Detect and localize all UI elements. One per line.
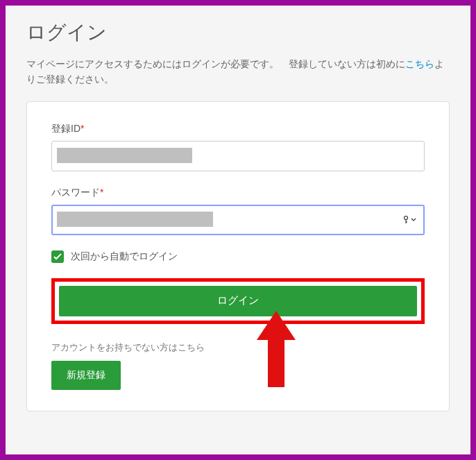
check-icon bbox=[53, 253, 62, 260]
required-mark: * bbox=[100, 187, 103, 198]
id-label-text: 登録ID bbox=[51, 123, 80, 134]
signup-text: アカウントをお持ちでない方はこちら bbox=[51, 341, 425, 354]
key-icon bbox=[402, 216, 409, 224]
login-button[interactable]: ログイン bbox=[59, 286, 417, 316]
password-reveal-toggle[interactable] bbox=[402, 216, 416, 224]
id-input[interactable] bbox=[51, 141, 425, 171]
page-title: ログイン bbox=[26, 19, 450, 46]
password-label-text: パスワード bbox=[51, 187, 100, 198]
chevron-down-icon bbox=[411, 218, 416, 222]
remember-label: 次回から自動でログイン bbox=[71, 250, 178, 263]
intro-before: マイページにアクセスするためにはログインが必要です。 登録していない方は初めに bbox=[26, 58, 405, 69]
signup-button[interactable]: 新規登録 bbox=[51, 361, 121, 390]
login-button-highlight: ログイン bbox=[51, 278, 425, 324]
login-form-card: 登録ID* パスワード* bbox=[26, 101, 450, 411]
password-input[interactable] bbox=[51, 205, 425, 235]
intro-text: マイページにアクセスするためにはログインが必要です。 登録していない方は初めにこ… bbox=[26, 56, 450, 87]
svg-point-0 bbox=[405, 216, 408, 219]
password-label: パスワード* bbox=[51, 187, 425, 199]
register-link[interactable]: こちら bbox=[405, 58, 434, 69]
id-label: 登録ID* bbox=[51, 123, 425, 135]
required-mark: * bbox=[80, 123, 84, 134]
remember-checkbox[interactable] bbox=[51, 250, 64, 263]
